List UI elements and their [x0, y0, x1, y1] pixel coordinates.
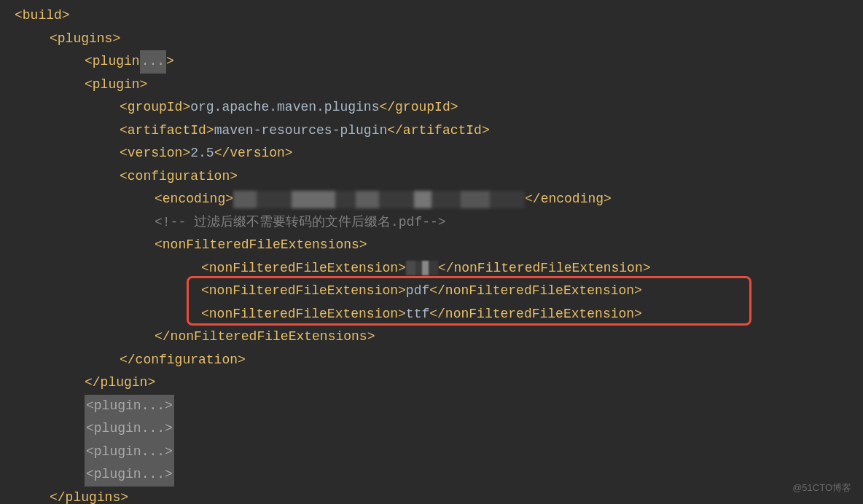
fold-marker[interactable]: ... [140, 50, 166, 74]
code-line: <nonFilteredFileExtension></nonFilteredF… [15, 257, 863, 280]
code-line: <plugin> [15, 74, 863, 97]
xml-text: org.apache.maven.plugins [190, 96, 379, 119]
xml-tag: </plugin> [85, 371, 155, 395]
xml-tag: </configuration> [120, 349, 246, 372]
code-line: </nonFilteredFileExtensions> [15, 326, 863, 349]
code-line: <plugins> [15, 28, 863, 51]
code-line: <plugin...> [15, 395, 863, 418]
code-line: <plugin...> [15, 441, 863, 464]
blurred-content [233, 191, 525, 208]
code-line: <nonFilteredFileExtension>ttf</nonFilter… [15, 303, 863, 326]
xml-text: ttf [406, 303, 429, 326]
code-line: <groupId>org.apache.maven.plugins</group… [15, 96, 863, 119]
xml-tag-folded[interactable]: <plugin...> [85, 417, 174, 441]
code-line: <build> [15, 4, 863, 28]
xml-tag: </groupId> [379, 96, 458, 119]
xml-tag: <plugin [85, 50, 140, 74]
code-line: <artifactId>maven-resources-plugin</arti… [15, 119, 863, 143]
xml-text: maven-resources-plugin [214, 119, 388, 143]
xml-tag-folded[interactable]: <plugin...> [85, 463, 174, 487]
xml-tag: </nonFilteredFileExtension> [438, 257, 651, 280]
xml-tag: <nonFilteredFileExtension> [201, 303, 406, 326]
xml-tag-folded[interactable]: <plugin...> [85, 441, 174, 464]
xml-tag: <groupId> [120, 96, 190, 119]
xml-tag: <configuration> [120, 165, 238, 189]
code-line: <plugin...> [15, 417, 863, 441]
watermark: @51CTO博客 [792, 480, 851, 497]
blurred-content [406, 261, 438, 275]
xml-tag: > [166, 50, 174, 74]
xml-tag: <build> [15, 4, 70, 28]
xml-tag: </encoding> [525, 188, 612, 211]
xml-tag: <version> [120, 142, 190, 165]
code-line: </configuration> [15, 349, 863, 372]
code-line: <configuration> [15, 165, 863, 189]
xml-tag: </nonFilteredFileExtension> [429, 280, 642, 303]
xml-tag: </version> [214, 142, 293, 165]
code-line: <version>2.5</version> [15, 142, 863, 165]
xml-tag: </artifactId> [387, 119, 489, 143]
code-editor[interactable]: <build> <plugins> <plugin...> <plugin> <… [0, 0, 863, 504]
code-line: </plugins> [15, 487, 863, 505]
xml-tag: <nonFilteredFileExtensions> [155, 234, 367, 257]
xml-tag: </nonFilteredFileExtensions> [155, 326, 375, 349]
xml-tag: </plugins> [50, 487, 128, 505]
code-line: <plugin...> [15, 463, 863, 487]
xml-tag: <plugin> [85, 74, 147, 97]
xml-tag: <nonFilteredFileExtension> [201, 280, 406, 303]
xml-tag: <nonFilteredFileExtension> [201, 257, 406, 280]
xml-text: pdf [406, 280, 429, 303]
code-line: <nonFilteredFileExtensions> [15, 234, 863, 257]
xml-tag-folded[interactable]: <plugin...> [85, 395, 174, 418]
code-line: <encoding></encoding> [15, 188, 863, 211]
code-line: </plugin> [15, 371, 863, 395]
code-line: <!-- 过滤后缀不需要转码的文件后缀名.pdf--> [15, 211, 863, 235]
xml-comment: <!-- 过滤后缀不需要转码的文件后缀名.pdf--> [155, 211, 446, 235]
xml-tag: <artifactId> [120, 119, 214, 143]
code-line: <plugin...> [15, 50, 863, 74]
xml-tag: <encoding> [155, 188, 233, 211]
xml-tag: </nonFilteredFileExtension> [429, 303, 642, 326]
code-line: <nonFilteredFileExtension>pdf</nonFilter… [15, 280, 863, 303]
xml-tag: <plugins> [50, 28, 120, 51]
xml-text: 2.5 [190, 142, 214, 165]
